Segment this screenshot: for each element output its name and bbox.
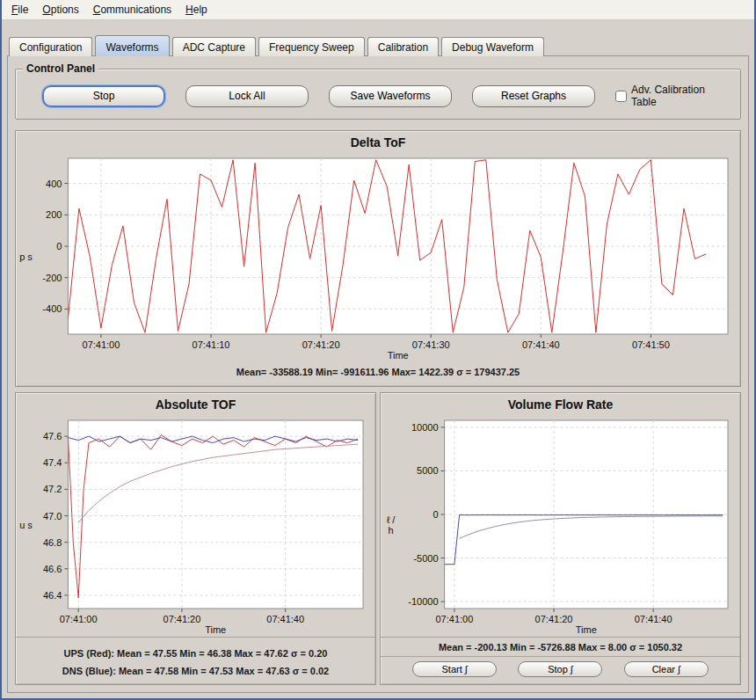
absolute-tof-stats-block: UPS (Red): Mean = 47.55 Min = 46.38 Max … xyxy=(16,637,375,689)
svg-text:47.0: 47.0 xyxy=(43,511,62,521)
svg-text:-200: -200 xyxy=(42,273,62,283)
flow-stats-block: Mean = -200.13 Min = -5726.88 Max = 8.00… xyxy=(381,637,740,656)
dns-stats: DNS (Blue): Mean = 47.58 Min = 47.53 Max… xyxy=(16,662,375,680)
absolute-tof-y-axis-label: u s xyxy=(19,413,33,637)
flow-stats: Mean = -200.13 Min = -5726.88 Max = 8.00… xyxy=(381,642,740,653)
svg-text:07:41:30: 07:41:30 xyxy=(412,339,450,350)
adv-calibration-checkbox-group: Adv. Calibration Table xyxy=(615,84,714,108)
waveforms-tab-content: Control Panel Stop Lock All Save Wavefor… xyxy=(7,55,749,693)
svg-text:07:41:40: 07:41:40 xyxy=(635,614,672,624)
volume-flow-rate-chart-row: ℓ / h 1000050000-5000-1000007:41:0007:41… xyxy=(381,413,740,637)
svg-text:-400: -400 xyxy=(42,303,62,314)
svg-text:07:41:00: 07:41:00 xyxy=(435,614,473,624)
ups-stats: UPS (Red): Mean = 47.55 Min = 46.38 Max … xyxy=(16,645,375,662)
menu-options[interactable]: Options xyxy=(35,1,85,18)
absolute-tof-panel: Absolute TOF u s 47.647.447.247.046.846.… xyxy=(15,392,376,685)
volume-flow-rate-chart: 1000050000-5000-1000007:41:0007:41:2007:… xyxy=(397,413,737,637)
tab-strip: Configuration Waveforms ADC Capture Freq… xyxy=(2,20,754,55)
tab-adc-capture[interactable]: ADC Capture xyxy=(172,37,256,56)
delta-tof-chart-row: p s 4002000-200-40007:41:0007:41:1007:41… xyxy=(16,151,740,362)
svg-text:47.2: 47.2 xyxy=(43,484,62,494)
menu-communications[interactable]: Communications xyxy=(86,1,178,18)
adv-calibration-checkbox[interactable] xyxy=(615,91,627,102)
svg-text:0: 0 xyxy=(56,241,62,252)
svg-text:Time: Time xyxy=(205,624,226,635)
control-panel-title: Control Panel xyxy=(23,62,98,75)
integrator-clear-button[interactable]: Clear ∫ xyxy=(624,661,709,677)
svg-text:07:41:40: 07:41:40 xyxy=(266,614,304,624)
svg-text:0: 0 xyxy=(433,509,438,520)
tab-calibration[interactable]: Calibration xyxy=(367,37,439,56)
volume-flow-rate-panel: Volume Flow Rate ℓ / h 1000050000-5000-1… xyxy=(380,392,741,685)
svg-text:-10000: -10000 xyxy=(408,596,438,607)
svg-text:Time: Time xyxy=(388,350,409,361)
tab-frequency-sweep[interactable]: Frequency Sweep xyxy=(258,37,365,56)
absolute-tof-chart-row: u s 47.647.447.247.046.846.646.407:41:00… xyxy=(16,413,375,637)
svg-text:07:41:10: 07:41:10 xyxy=(193,339,230,350)
tab-waveforms[interactable]: Waveforms xyxy=(95,35,169,56)
volume-flow-rate-y-axis-label: ℓ / h xyxy=(384,413,397,637)
menu-help[interactable]: Help xyxy=(178,1,214,18)
delta-tof-panel: Delta ToF p s 4002000-200-40007:41:0007:… xyxy=(15,130,741,387)
app-window: File Options Communications Help Configu… xyxy=(0,0,756,700)
integrator-start-button[interactable]: Start ∫ xyxy=(412,661,497,677)
svg-text:10000: 10000 xyxy=(411,422,439,433)
save-waveforms-button[interactable]: Save Waveforms xyxy=(329,85,452,107)
integrator-buttons-row: Start ∫ Stop ∫ Clear ∫ xyxy=(381,656,740,685)
svg-text:5000: 5000 xyxy=(417,465,438,476)
control-panel-group: Control Panel Stop Lock All Save Wavefor… xyxy=(15,69,741,120)
svg-text:07:41:20: 07:41:20 xyxy=(164,614,201,624)
absolute-tof-chart: 47.647.447.247.046.846.646.407:41:0007:4… xyxy=(33,413,372,637)
bottom-charts-row: Absolute TOF u s 47.647.447.247.046.846.… xyxy=(15,392,741,685)
delta-tof-y-axis-label: p s xyxy=(19,151,33,362)
svg-text:46.8: 46.8 xyxy=(43,537,62,548)
svg-text:Time: Time xyxy=(576,624,597,635)
svg-text:47.6: 47.6 xyxy=(43,431,62,441)
delta-tof-stats: Mean= -33588.19 Min= -991611.96 Max= 142… xyxy=(16,362,740,382)
control-panel-row: Stop Lock All Save Waveforms Reset Graph… xyxy=(28,84,728,108)
svg-text:46.4: 46.4 xyxy=(43,590,62,601)
absolute-tof-chart-title: Absolute TOF xyxy=(16,393,375,413)
integrator-stop-button[interactable]: Stop ∫ xyxy=(518,661,602,677)
svg-text:07:41:00: 07:41:00 xyxy=(60,614,98,624)
lock-all-button[interactable]: Lock All xyxy=(185,85,309,107)
svg-text:07:41:50: 07:41:50 xyxy=(632,339,670,350)
svg-text:46.6: 46.6 xyxy=(43,564,62,574)
svg-text:07:41:40: 07:41:40 xyxy=(522,339,560,350)
svg-text:07:41:00: 07:41:00 xyxy=(83,339,120,350)
volume-flow-rate-chart-title: Volume Flow Rate xyxy=(381,393,740,413)
delta-tof-chart: 4002000-200-40007:41:0007:41:1007:41:200… xyxy=(33,151,737,362)
svg-text:07:41:20: 07:41:20 xyxy=(535,614,573,624)
svg-text:-5000: -5000 xyxy=(413,553,438,564)
adv-calibration-checkbox-label: Adv. Calibration Table xyxy=(631,84,714,108)
reset-graphs-button[interactable]: Reset Graphs xyxy=(472,85,595,107)
delta-tof-chart-title: Delta ToF xyxy=(16,131,740,151)
tab-debug-waveform[interactable]: Debug Waveform xyxy=(441,37,544,56)
tab-configuration[interactable]: Configuration xyxy=(9,37,92,56)
svg-text:47.4: 47.4 xyxy=(43,457,62,468)
menu-bar: File Options Communications Help xyxy=(2,0,754,20)
svg-text:400: 400 xyxy=(46,179,62,189)
svg-text:200: 200 xyxy=(46,209,62,220)
stop-button[interactable]: Stop xyxy=(42,85,165,107)
menu-file[interactable]: File xyxy=(4,1,35,18)
svg-text:07:41:20: 07:41:20 xyxy=(302,339,340,350)
